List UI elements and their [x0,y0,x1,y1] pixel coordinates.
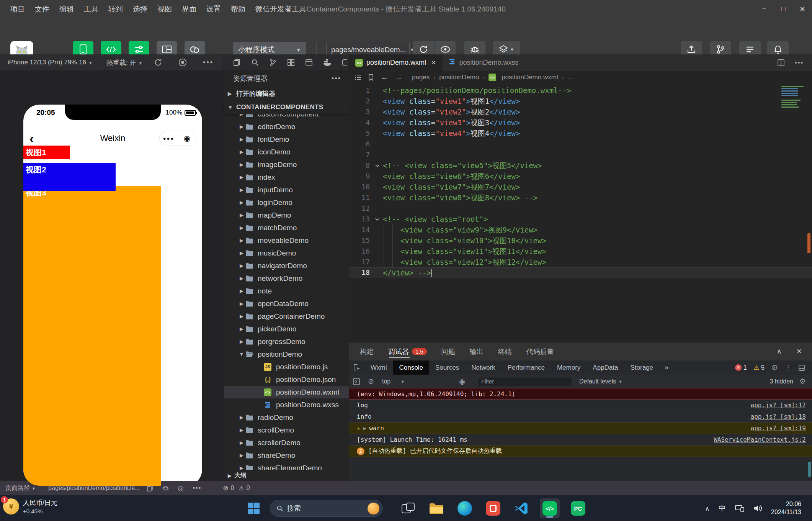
breadcrumb-more[interactable]: ... [568,74,573,81]
menu-item[interactable]: 项目 [5,4,30,14]
devtools-tab-Memory[interactable]: Memory [551,360,587,375]
source-link[interactable]: app.js? [sm]:17 [751,401,806,409]
maximize-button[interactable]: □ [774,0,793,18]
search-icon[interactable] [251,59,259,66]
tree-item-mapDemo[interactable]: ▶ mapDemo [224,209,349,221]
file-explorer-button[interactable] [426,498,446,518]
more-menu-icon[interactable]: ●●● [160,136,178,141]
minimize-button[interactable]: − [755,0,774,18]
console-scroll-marker[interactable] [808,462,811,477]
code-line-10[interactable]: 10 <view class="view7">视图7</view> [349,182,812,192]
tree-item-pageContainerDemo[interactable]: ▶ pageContainerDemo [224,310,349,323]
devtools-menu-icon[interactable]: ⋮ [785,364,791,372]
project-section[interactable]: ▼ CONTAINERCOMPONENTS [224,101,349,114]
dock-side-icon[interactable] [798,364,805,371]
tree-item-networkDemo[interactable]: ▶ networkDemo [224,272,349,285]
code-line-16[interactable]: 16 <view class="view11">视图11</view> [349,246,812,257]
code-line-18[interactable]: 18 </view> --> [349,267,812,278]
view3-block[interactable]: 视图3 [23,186,161,486]
tray-expand-icon[interactable]: ∧ [705,505,709,512]
volume-icon[interactable] [753,505,762,512]
tree-item-fontDemo[interactable]: ▶ fontDemo [224,133,349,146]
tree-item-navigatorDemo[interactable]: ▶ navigatorDemo [224,259,349,272]
path-more-icon[interactable]: ••• [193,485,201,492]
stop-icon[interactable] [178,58,187,67]
tree-item-matchDemo[interactable]: ▶ matchDemo [224,221,349,234]
devtools-settings-icon[interactable]: ⚙ [771,363,778,372]
menu-item[interactable]: 文件 [30,4,54,14]
task-view-button[interactable] [398,498,418,518]
close-capsule-icon[interactable]: ◉ [178,134,196,143]
minimap[interactable] [781,86,805,109]
menu-item[interactable]: 界面 [177,4,201,14]
nav-back-icon[interactable]: ← [381,73,388,82]
bookmark-icon[interactable] [368,74,374,81]
editor-scrollbar[interactable] [807,84,811,342]
source-link[interactable]: app.js? [sm]:18 [751,413,806,420]
source-control-icon[interactable] [269,59,277,66]
red-app-button[interactable] [483,498,503,518]
console-log-row[interactable]: [system] Launch Time: 16241 msWAServiceM… [349,434,812,446]
outline-list-icon[interactable] [355,74,361,80]
live-expression-icon[interactable]: ◉ [455,377,469,386]
debug-page-icon[interactable] [162,485,169,492]
console-log-row[interactable]: infoapp.js? [sm]:18 [349,411,812,423]
devtools-tab-Storage[interactable]: Storage [624,360,660,375]
outline-section[interactable]: ▶ 大纲 [224,470,349,481]
breadcrumb-file[interactable]: positionDemo.wxml [502,74,558,81]
panel-tab-调试器[interactable]: 调试器1,5 [388,342,427,360]
tree-item-editorDemo[interactable]: ▶ editorDemo [224,120,349,133]
code-line-7[interactable]: 7 [349,149,812,160]
phone-screen[interactable]: 20:05 100% ‹ Weixin ●●● ◉ 视图1 视图2 视图3 [23,105,202,486]
clipped-icon[interactable] [342,59,347,66]
more-icon[interactable]: ••• [203,59,214,67]
taskbar-clock[interactable]: 20:06 2024/11/13 [771,500,801,516]
files-icon[interactable] [233,59,241,66]
nav-forward-icon[interactable]: → [395,73,403,82]
tree-item-positionDemo.wxss[interactable]: positionDemo.wxss [224,398,349,411]
tree-item-scrollerDemo[interactable]: ▶ scrollerDemo [224,436,349,449]
code-editor[interactable]: 1 <!--pages/positionDemo/positionDemo.wx… [349,84,812,342]
panel-tab-代码质量[interactable]: 代码质量 [526,342,554,360]
hot-reload-toggle[interactable]: 热重载: 开▼ [106,58,142,67]
source-link[interactable]: app.js? [sm]:19 [751,424,806,432]
fold-chevron-icon[interactable] [371,214,383,224]
tree-item-iconDemo[interactable]: ▶ iconDemo [224,146,349,158]
menu-item[interactable]: 转到 [103,4,128,14]
console-log-row[interactable]: logapp.js? [sm]:17 [349,400,812,411]
code-line-17[interactable]: 17 <view class="view12">视图12</view> [349,257,812,267]
tabs-overflow-icon[interactable]: » [659,364,674,372]
tree-item-index[interactable]: ▶ index [224,171,349,183]
pc-manager-button[interactable]: PC [568,498,588,518]
log-levels-select[interactable]: Default levels ▼ [579,378,622,385]
code-line-6[interactable]: 6 [349,139,812,149]
devtools-tab-Sources[interactable]: Sources [429,360,465,375]
menu-item[interactable]: 设置 [201,4,226,14]
tree-item-radioDemo[interactable]: ▶ radioDemo [224,411,349,424]
console-settings-icon[interactable]: ⚙ [799,377,806,386]
breadcrumb-root[interactable]: pages [412,74,430,81]
tree-item-positionDemo[interactable]: ▼ positionDemo [224,348,349,360]
restart-icon[interactable] [154,58,162,67]
watch-page-icon[interactable]: ◎ [178,484,184,492]
code-line-13[interactable]: 13 <!-- <view class="root"> [349,214,812,224]
tree-item-porgressDemo[interactable]: ▶ porgressDemo [224,335,349,348]
tab-positionDemo-wxml[interactable]: <> positionDemo.wxml ✕ [349,54,443,71]
console-hotreload-row[interactable]: 2[自动热重载] 已开启代码文件保存后自动热重载 [349,446,812,457]
taskbar-search[interactable]: 搜索 [270,500,383,517]
view1-block[interactable]: 视图1 [23,146,70,159]
news-widget[interactable]: ¥1 人民币/日元 +0.45% [3,498,57,514]
code-line-1[interactable]: 1 <!--pages/positionDemo/positionDemo.wx… [349,85,812,96]
menu-item[interactable]: 工具 [79,4,103,14]
tree-item-positionDemo.json[interactable]: {..} positionDemo.json [224,373,349,386]
panel-close-icon[interactable]: ✕ [796,347,802,356]
window-icon[interactable] [305,59,313,66]
tree-item-loginDemo[interactable]: ▶ loginDemo [224,196,349,209]
context-select[interactable]: top ▼ [378,378,455,385]
tree-item-customComponent[interactable]: ▶ customComponent [224,114,349,120]
tree-item-note[interactable]: ▶ note [224,285,349,297]
split-editor-icon[interactable] [777,59,785,67]
page-path-select[interactable]: 页面路径 ▼ [5,484,36,492]
expand-icon[interactable]: ▶ [363,426,366,431]
copy-path-icon[interactable] [147,485,153,492]
